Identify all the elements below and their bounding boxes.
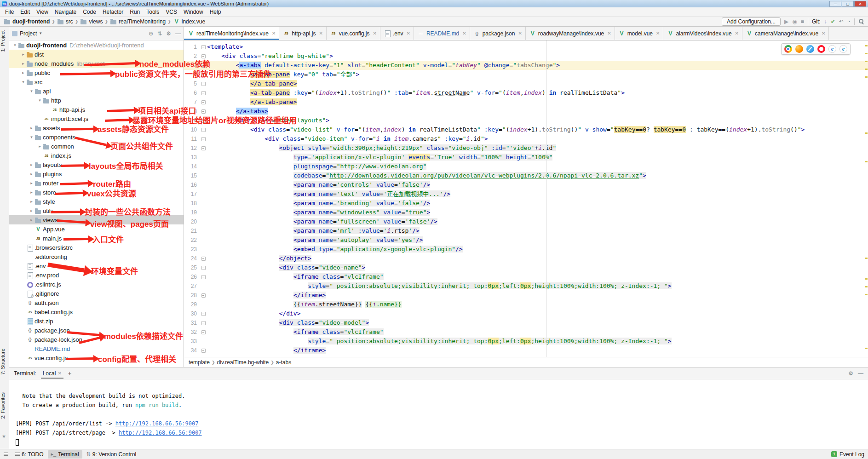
tree-item-src[interactable]: ▾src xyxy=(9,77,184,86)
tree-item-index.js[interactable]: JSindex.js xyxy=(9,151,184,160)
hide-icon[interactable]: ― xyxy=(175,30,181,37)
tree-item-router[interactable]: ▸router xyxy=(9,178,184,188)
fold-marker-icon[interactable]: − xyxy=(201,91,206,95)
close-icon[interactable]: ✕ xyxy=(407,31,410,36)
tab-.env[interactable]: .env✕ xyxy=(380,27,414,40)
tree-item-duoji-frontend[interactable]: ▾duoji-frontendD:\zheheWeb\duoji-fronten… xyxy=(9,40,184,50)
git-commit-icon[interactable]: ✔ xyxy=(831,19,835,24)
close-icon[interactable]: ✕ xyxy=(373,31,376,36)
minimize-button[interactable]: ─ xyxy=(829,1,841,7)
settings-icon[interactable]: ⚙ xyxy=(848,370,853,377)
close-icon[interactable]: ✕ xyxy=(57,371,61,376)
fold-marker-icon[interactable]: − xyxy=(201,275,206,279)
tree-item-main.js[interactable]: JSmain.js xyxy=(9,234,184,243)
fold-marker-icon[interactable]: − xyxy=(201,63,206,68)
fold-marker-icon[interactable]: − xyxy=(201,257,206,261)
close-button[interactable]: ✕ xyxy=(854,1,866,7)
git-history-icon[interactable]: ◔ xyxy=(847,19,851,24)
tree-item-importExcel.js[interactable]: JSimportExcel.js xyxy=(9,114,184,123)
fold-marker-icon[interactable]: − xyxy=(201,146,206,150)
fold-marker-icon[interactable]: − xyxy=(201,54,206,58)
tool-window-button-favorites[interactable]: 2: Favorites xyxy=(0,392,9,419)
fold-marker-icon[interactable]: − xyxy=(201,119,206,123)
editor-breadcrumb-item[interactable]: template xyxy=(189,359,210,366)
tree-item-auth.json[interactable]: {}auth.json xyxy=(9,298,184,307)
close-icon[interactable]: ✕ xyxy=(656,31,660,36)
fold-marker-icon[interactable]: − xyxy=(201,100,206,104)
tree-item-.browserslistrc[interactable]: .browserslistrc xyxy=(9,243,184,252)
tree-item-babel.config.js[interactable]: JSbabel.config.js xyxy=(9,307,184,316)
project-panel-title[interactable]: Project xyxy=(20,30,37,37)
tree-item-vue.config.js[interactable]: JSvue.config.js xyxy=(9,353,184,362)
tree-item-http-api.js[interactable]: JShttp-api.js xyxy=(9,105,184,114)
close-icon[interactable]: ✕ xyxy=(607,31,611,36)
chevron-right-icon[interactable]: ▸ xyxy=(20,61,26,66)
fold-marker-icon[interactable]: − xyxy=(201,109,206,114)
chevron-right-icon[interactable]: ▸ xyxy=(29,162,34,167)
tree-item-README.md[interactable]: MDREADME.md xyxy=(9,344,184,353)
expand-collapse-icon[interactable]: ⇅ xyxy=(157,30,162,37)
tab-README.md[interactable]: MDREADME.md✕ xyxy=(414,27,470,40)
git-update-icon[interactable]: ↓ xyxy=(824,19,827,24)
close-icon[interactable]: ✕ xyxy=(272,31,276,36)
tree-item-store[interactable]: ▸store xyxy=(9,188,184,197)
menu-view[interactable]: View xyxy=(33,7,52,16)
settings-icon[interactable]: ⚙ xyxy=(166,30,171,37)
fold-marker-icon[interactable]: − xyxy=(201,266,206,270)
tab-realTimeMonitoring-index.vue[interactable]: VrealTimeMonitoring\index.vue✕ xyxy=(184,27,279,40)
tree-item-public[interactable]: ▸public xyxy=(9,68,184,77)
tree-item-style[interactable]: ▸style xyxy=(9,197,184,206)
tab-alarmVideos-index.vue[interactable]: ValarmVideos\index.vue✕ xyxy=(663,27,742,40)
chevron-right-icon[interactable]: ▸ xyxy=(20,52,26,57)
tool-window-button-project[interactable]: 1: Project xyxy=(0,30,9,52)
breadcrumb-item[interactable]: Vindex.vue xyxy=(173,18,205,25)
fold-marker-icon[interactable]: − xyxy=(201,137,206,141)
chevron-right-icon[interactable]: ▸ xyxy=(29,190,34,195)
menu-tools[interactable]: Tools xyxy=(143,7,162,16)
tab-cameraManage-index.vue[interactable]: VcameraManage\index.vue✕ xyxy=(742,27,829,40)
locate-icon[interactable]: ⊕ xyxy=(149,30,153,37)
tree-item-App.vue[interactable]: VApp.vue xyxy=(9,224,184,234)
menu-run[interactable]: Run xyxy=(126,7,143,16)
tree-item-.env[interactable]: .env xyxy=(9,261,184,270)
tool-window-switcher-icon[interactable] xyxy=(4,453,8,456)
maximize-button[interactable]: ▢ xyxy=(842,1,854,7)
chevron-right-icon[interactable]: ▸ xyxy=(29,208,34,213)
menu-code[interactable]: Code xyxy=(80,7,99,16)
tree-item-package-lock.json[interactable]: {}package-lock.json xyxy=(9,335,184,344)
tree-item-views[interactable]: ▸views xyxy=(9,215,184,224)
menu-vcs[interactable]: VCS xyxy=(162,7,180,16)
menu-navigate[interactable]: Navigate xyxy=(52,7,80,16)
breadcrumb-item[interactable]: realTimeMonitoring xyxy=(110,18,166,25)
menu-refactor[interactable]: Refactor xyxy=(99,7,126,16)
event-log-icon[interactable]: 1 xyxy=(831,451,837,457)
tree-item-plugins[interactable]: ▸plugins xyxy=(9,169,184,178)
fold-marker-icon[interactable]: − xyxy=(201,73,206,77)
tree-item-http[interactable]: ▾http xyxy=(9,96,184,105)
tree-item-layouts[interactable]: ▸layouts xyxy=(9,160,184,169)
chevron-down-icon[interactable]: ▾ xyxy=(29,135,34,139)
close-icon[interactable]: ✕ xyxy=(822,31,825,36)
menu-window[interactable]: Window xyxy=(180,7,207,16)
tree-item-assets[interactable]: ▸assets xyxy=(9,123,184,132)
tree-item-common[interactable]: ▸common xyxy=(9,142,184,151)
chrome-browser-icon[interactable] xyxy=(784,45,792,53)
debug-icon[interactable]: ◉ xyxy=(792,19,797,24)
chevron-down-icon[interactable]: ▼ xyxy=(39,31,42,35)
fold-marker-icon[interactable]: − xyxy=(201,312,206,316)
breadcrumb-item[interactable]: src xyxy=(57,18,73,25)
chevron-right-icon[interactable]: ▸ xyxy=(29,172,34,176)
tree-item-dist.zip[interactable]: dist.zip xyxy=(9,316,184,326)
hide-icon[interactable]: ― xyxy=(858,370,863,377)
terminal-link[interactable]: http://192.168.66.56:9007 xyxy=(115,420,199,427)
edge-browser-icon[interactable]: e xyxy=(839,45,847,53)
chevron-right-icon[interactable]: ▸ xyxy=(37,144,43,149)
terminal-output[interactable]: Note that the development build is not o… xyxy=(9,379,868,449)
favorites-star-icon[interactable]: ★ xyxy=(2,434,6,439)
tab-model.vue[interactable]: Vmodel.vue✕ xyxy=(615,27,664,40)
fold-marker-icon[interactable]: − xyxy=(201,330,206,334)
breadcrumb-item[interactable]: duoji-frontend xyxy=(4,18,50,25)
chevron-right-icon[interactable]: ▸ xyxy=(29,126,34,130)
code-editor[interactable]: ee 1−<template>2− <div class="realTime b… xyxy=(184,40,868,357)
editor-breadcrumb-item[interactable]: a-tabs xyxy=(276,359,291,366)
